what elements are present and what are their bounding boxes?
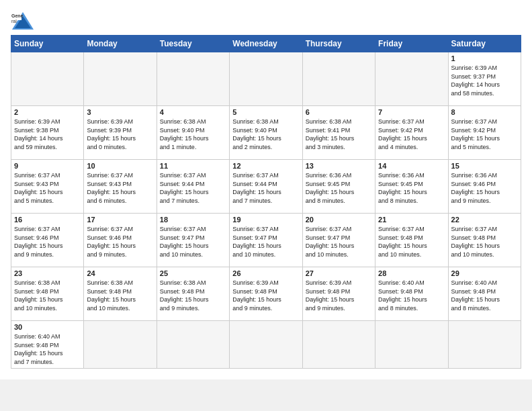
calendar-cell: 8Sunrise: 6:37 AM Sunset: 9:42 PM Daylig… xyxy=(448,106,521,160)
calendar-cell: 29Sunrise: 6:40 AM Sunset: 9:48 PM Dayli… xyxy=(448,267,521,321)
cell-info: Sunrise: 6:40 AM Sunset: 9:48 PM Dayligh… xyxy=(378,279,445,312)
day-number: 1 xyxy=(451,54,518,62)
day-number: 16 xyxy=(14,216,81,224)
cell-info: Sunrise: 6:39 AM Sunset: 9:37 PM Dayligh… xyxy=(451,64,518,97)
header: Gene ral xyxy=(11,11,521,31)
calendar-cell: 16Sunrise: 6:37 AM Sunset: 9:46 PM Dayli… xyxy=(11,214,84,267)
calendar-cell xyxy=(230,52,302,106)
day-header-monday: Monday xyxy=(84,36,157,52)
calendar-cell: 1Sunrise: 6:39 AM Sunset: 9:37 PM Daylig… xyxy=(448,52,521,106)
calendar-week-4: 16Sunrise: 6:37 AM Sunset: 9:46 PM Dayli… xyxy=(11,214,521,267)
day-number: 14 xyxy=(378,162,445,170)
calendar-cell xyxy=(448,321,521,369)
calendar-cell xyxy=(302,321,375,369)
cell-info: Sunrise: 6:38 AM Sunset: 9:41 PM Dayligh… xyxy=(306,118,372,151)
calendar-cell: 4Sunrise: 6:38 AM Sunset: 9:40 PM Daylig… xyxy=(157,106,229,160)
day-number: 22 xyxy=(451,216,518,224)
calendar-header: SundayMondayTuesdayWednesdayThursdayFrid… xyxy=(11,36,521,52)
day-header-tuesday: Tuesday xyxy=(157,36,229,52)
cell-info: Sunrise: 6:37 AM Sunset: 9:43 PM Dayligh… xyxy=(14,171,81,205)
day-number: 24 xyxy=(87,269,153,277)
day-number: 18 xyxy=(160,216,226,224)
cell-info: Sunrise: 6:37 AM Sunset: 9:46 PM Dayligh… xyxy=(87,225,153,259)
cell-info: Sunrise: 6:38 AM Sunset: 9:40 PM Dayligh… xyxy=(160,118,226,151)
calendar-cell: 11Sunrise: 6:37 AM Sunset: 9:44 PM Dayli… xyxy=(157,160,229,214)
calendar-cell: 15Sunrise: 6:36 AM Sunset: 9:46 PM Dayli… xyxy=(448,160,521,214)
calendar-cell xyxy=(84,321,157,369)
cell-info: Sunrise: 6:37 AM Sunset: 9:48 PM Dayligh… xyxy=(378,225,445,259)
calendar-cell: 28Sunrise: 6:40 AM Sunset: 9:48 PM Dayli… xyxy=(375,267,448,321)
calendar-cell: 18Sunrise: 6:37 AM Sunset: 9:47 PM Dayli… xyxy=(157,214,229,267)
calendar-week-1: 1Sunrise: 6:39 AM Sunset: 9:37 PM Daylig… xyxy=(11,52,521,106)
calendar-cell xyxy=(84,52,157,106)
calendar-cell: 30Sunrise: 6:40 AM Sunset: 9:48 PM Dayli… xyxy=(11,321,84,369)
day-number: 20 xyxy=(306,216,372,224)
cell-info: Sunrise: 6:39 AM Sunset: 9:48 PM Dayligh… xyxy=(232,279,299,312)
cell-info: Sunrise: 6:37 AM Sunset: 9:47 PM Dayligh… xyxy=(306,225,372,259)
day-number: 3 xyxy=(87,108,153,116)
day-number: 6 xyxy=(306,108,372,116)
calendar-week-3: 9Sunrise: 6:37 AM Sunset: 9:43 PM Daylig… xyxy=(11,160,521,214)
day-number: 21 xyxy=(378,216,445,224)
day-number: 9 xyxy=(14,162,81,170)
calendar-cell xyxy=(302,52,375,106)
cell-info: Sunrise: 6:37 AM Sunset: 9:44 PM Dayligh… xyxy=(160,171,226,205)
calendar-cell xyxy=(375,321,448,369)
day-number: 26 xyxy=(232,269,299,277)
calendar-cell: 25Sunrise: 6:38 AM Sunset: 9:48 PM Dayli… xyxy=(157,267,229,321)
calendar-body: 1Sunrise: 6:39 AM Sunset: 9:37 PM Daylig… xyxy=(11,52,521,369)
cell-info: Sunrise: 6:40 AM Sunset: 9:48 PM Dayligh… xyxy=(451,279,518,312)
calendar-cell: 24Sunrise: 6:38 AM Sunset: 9:48 PM Dayli… xyxy=(84,267,157,321)
calendar-cell xyxy=(230,321,302,369)
cell-info: Sunrise: 6:37 AM Sunset: 9:48 PM Dayligh… xyxy=(451,225,518,259)
calendar-cell: 14Sunrise: 6:36 AM Sunset: 9:45 PM Dayli… xyxy=(375,160,448,214)
calendar-cell: 26Sunrise: 6:39 AM Sunset: 9:48 PM Dayli… xyxy=(230,267,302,321)
day-number: 4 xyxy=(160,108,226,116)
day-number: 2 xyxy=(14,108,81,116)
calendar-cell xyxy=(375,52,448,106)
cell-info: Sunrise: 6:39 AM Sunset: 9:39 PM Dayligh… xyxy=(87,118,153,151)
generalblue-logo-icon: Gene ral xyxy=(11,11,35,31)
day-header-friday: Friday xyxy=(375,36,448,52)
day-header-thursday: Thursday xyxy=(302,36,375,52)
header-row: SundayMondayTuesdayWednesdayThursdayFrid… xyxy=(11,36,521,52)
day-number: 27 xyxy=(306,269,372,277)
calendar-cell: 19Sunrise: 6:37 AM Sunset: 9:47 PM Dayli… xyxy=(230,214,302,267)
calendar-cell: 12Sunrise: 6:37 AM Sunset: 9:44 PM Dayli… xyxy=(230,160,302,214)
calendar-cell: 5Sunrise: 6:38 AM Sunset: 9:40 PM Daylig… xyxy=(230,106,302,160)
cell-info: Sunrise: 6:37 AM Sunset: 9:42 PM Dayligh… xyxy=(378,118,445,151)
calendar-cell: 3Sunrise: 6:39 AM Sunset: 9:39 PM Daylig… xyxy=(84,106,157,160)
calendar-table: SundayMondayTuesdayWednesdayThursdayFrid… xyxy=(11,35,521,369)
day-number: 19 xyxy=(232,216,299,224)
day-header-sunday: Sunday xyxy=(11,36,84,52)
calendar-cell: 27Sunrise: 6:39 AM Sunset: 9:48 PM Dayli… xyxy=(302,267,375,321)
day-number: 5 xyxy=(232,108,299,116)
day-number: 25 xyxy=(160,269,226,277)
logo: Gene ral xyxy=(11,11,38,31)
day-number: 10 xyxy=(87,162,153,170)
page: Gene ral SundayMondayTuesdayWednesdayThu… xyxy=(0,0,532,379)
cell-info: Sunrise: 6:37 AM Sunset: 9:43 PM Dayligh… xyxy=(87,171,153,205)
calendar-cell: 9Sunrise: 6:37 AM Sunset: 9:43 PM Daylig… xyxy=(11,160,84,214)
day-number: 23 xyxy=(14,269,81,277)
cell-info: Sunrise: 6:36 AM Sunset: 9:45 PM Dayligh… xyxy=(378,171,445,205)
day-number: 13 xyxy=(306,162,372,170)
day-number: 8 xyxy=(451,108,518,116)
calendar-cell: 22Sunrise: 6:37 AM Sunset: 9:48 PM Dayli… xyxy=(448,214,521,267)
calendar-cell: 7Sunrise: 6:37 AM Sunset: 9:42 PM Daylig… xyxy=(375,106,448,160)
day-number: 7 xyxy=(378,108,445,116)
cell-info: Sunrise: 6:37 AM Sunset: 9:44 PM Dayligh… xyxy=(232,171,299,205)
calendar-cell: 23Sunrise: 6:38 AM Sunset: 9:48 PM Dayli… xyxy=(11,267,84,321)
cell-info: Sunrise: 6:37 AM Sunset: 9:47 PM Dayligh… xyxy=(232,225,299,259)
cell-info: Sunrise: 6:38 AM Sunset: 9:40 PM Dayligh… xyxy=(232,118,299,151)
calendar-week-5: 23Sunrise: 6:38 AM Sunset: 9:48 PM Dayli… xyxy=(11,267,521,321)
calendar-cell: 2Sunrise: 6:39 AM Sunset: 9:38 PM Daylig… xyxy=(11,106,84,160)
day-number: 15 xyxy=(451,162,518,170)
svg-text:ral: ral xyxy=(11,19,17,24)
calendar-cell: 13Sunrise: 6:36 AM Sunset: 9:45 PM Dayli… xyxy=(302,160,375,214)
calendar-cell: 6Sunrise: 6:38 AM Sunset: 9:41 PM Daylig… xyxy=(302,106,375,160)
day-number: 11 xyxy=(160,162,226,170)
cell-info: Sunrise: 6:37 AM Sunset: 9:47 PM Dayligh… xyxy=(160,225,226,259)
calendar-cell: 10Sunrise: 6:37 AM Sunset: 9:43 PM Dayli… xyxy=(84,160,157,214)
cell-info: Sunrise: 6:37 AM Sunset: 9:42 PM Dayligh… xyxy=(451,118,518,151)
